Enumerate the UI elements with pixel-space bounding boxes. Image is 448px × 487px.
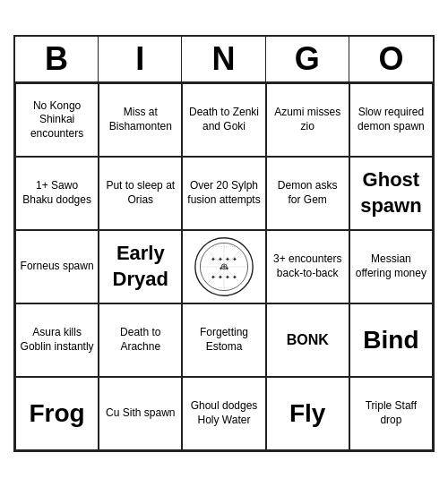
bingo-cell: 3+ encounters back-to-back [266,230,349,303]
cell-label: Cu Sith spawn [106,406,175,421]
cell-label: Demon asks for Gem [271,179,345,207]
cell-label: Bind [363,324,418,356]
header-letter: N [182,37,265,81]
bingo-cell: ✦ ✦ ✦ ✦ ✦ ✦ ✦ ✦ ✦ ✦ ⊕ · · · · · · · · · … [182,230,265,303]
cell-label: Asura kills Goblin instantly [20,326,94,354]
bingo-cell: Ghoul dodges Holy Water [182,377,265,450]
cell-label: Death to Zenki and Goki [186,106,261,133]
bingo-cell: Miss at Bishamonten [99,83,182,157]
svg-text:· · · · · · · · · · ·: · · · · · · · · · · · [213,286,235,290]
cell-label: Triple Staff drop [354,399,428,427]
svg-text:⊕: ⊕ [220,261,228,271]
bingo-cell: Azumi misses zio [266,83,349,157]
bingo-cell: Fly [266,377,349,450]
cell-label: Forgetting Estoma [186,326,261,354]
cell-label: No Kongo Shinkai encounters [20,99,94,141]
bingo-cell: BONK [266,303,349,377]
bingo-cell: Forgetting Estoma [182,303,265,377]
cell-label: Frog [29,397,84,430]
cell-label: Azumi misses zio [271,106,345,133]
bingo-cell: Forneus spawn [15,230,99,303]
bingo-cell: Early Dryad [99,230,182,303]
cell-label: Slow required demon spawn [354,106,428,133]
bingo-cell: Over 20 Sylph fusion attempts [182,157,265,230]
bingo-cell: Death to Zenki and Goki [182,83,265,157]
cell-label: 3+ encounters back-to-back [271,252,345,280]
bingo-cell: Bind [349,303,433,377]
header-letter: G [266,37,349,81]
cell-label: BONK [287,331,329,350]
bingo-cell: Asura kills Goblin instantly [15,303,99,377]
bingo-card: BINGO No Kongo Shinkai encountersMiss at… [13,35,435,452]
cell-label: Death to Arachne [103,326,177,354]
bingo-cell: Ghost spawn [349,157,433,230]
bingo-cell: 1+ Sawo Bhaku dodges [15,157,99,230]
bingo-cell: No Kongo Shinkai encounters [15,83,99,157]
cell-label: Fly [289,397,325,430]
cell-label: Over 20 Sylph fusion attempts [186,179,261,207]
header-letter: I [99,37,182,81]
bingo-header: BINGO [15,37,433,83]
header-letter: O [349,37,433,81]
bingo-cell: Put to sleep at Orias [99,157,182,230]
cell-label: Ghoul dodges Holy Water [186,399,261,427]
cell-label: Ghost spawn [354,167,428,218]
svg-text:· · · · · · · · · · ·: · · · · · · · · · · · [213,244,235,249]
cell-label: Messian offering money [354,252,428,280]
cell-label: Forneus spawn [21,260,94,274]
bingo-cell: Death to Arachne [99,303,182,377]
cell-label: Early Dryad [103,241,177,292]
cell-label: Put to sleep at Orias [103,179,177,207]
bingo-cell: Messian offering money [349,230,433,303]
bingo-cell: Frog [15,377,99,450]
header-letter: B [15,37,99,81]
bingo-cell: Slow required demon spawn [349,83,433,157]
bingo-cell: Cu Sith spawn [99,377,182,450]
cell-label: 1+ Sawo Bhaku dodges [20,179,94,207]
bingo-grid: No Kongo Shinkai encountersMiss at Bisha… [15,83,433,450]
bingo-cell: Demon asks for Gem [266,157,349,230]
bingo-cell: Triple Staff drop [349,377,433,450]
cell-label: Miss at Bishamonten [103,106,177,133]
